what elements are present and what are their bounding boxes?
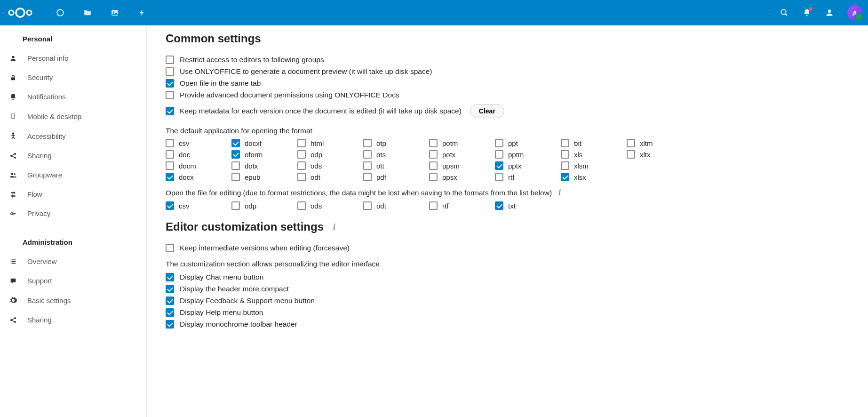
checkbox-editformat-odp[interactable] xyxy=(231,201,240,210)
app-logo[interactable] xyxy=(6,5,35,21)
contacts-icon[interactable] xyxy=(825,8,834,17)
editor-settings-heading: Editor customization settings i xyxy=(166,220,849,233)
format-label: doc xyxy=(179,151,190,159)
info-icon[interactable]: i xyxy=(333,222,335,232)
sidebar-item-accessibility[interactable]: Accessibility xyxy=(0,126,146,146)
checkbox-format-ots[interactable] xyxy=(363,150,372,159)
checkbox-format-ods[interactable] xyxy=(297,161,306,170)
sidebar-item-overview[interactable]: Overview xyxy=(0,252,146,271)
sidebar-item-flow[interactable]: Flow xyxy=(0,184,146,204)
checkbox[interactable] xyxy=(166,79,174,88)
sidebar-item-personal-info[interactable]: Personal info xyxy=(0,48,146,68)
checkbox-editformat-odt[interactable] xyxy=(363,201,372,210)
format-label: odt xyxy=(311,173,320,181)
format-label: pptm xyxy=(508,151,524,159)
svg-point-19 xyxy=(11,212,13,215)
checkbox-editformat-csv[interactable] xyxy=(166,201,174,210)
checkbox-format-xls[interactable] xyxy=(561,150,569,159)
checkbox-format-docx[interactable] xyxy=(166,173,174,181)
checkbox-format-html[interactable] xyxy=(297,139,306,147)
svg-rect-20 xyxy=(11,259,12,260)
checkbox-format-otp[interactable] xyxy=(363,139,372,147)
clear-button[interactable]: Clear xyxy=(470,104,504,118)
edit-format-grid: csvodpodsodtrtftxt xyxy=(166,201,849,210)
sidebar-item-mobile-desktop[interactable]: Mobile & desktop xyxy=(0,106,146,126)
sidebar-item-notifications[interactable]: Notifications xyxy=(0,87,146,106)
checkbox-format-ppsm[interactable] xyxy=(429,161,438,170)
checkbox[interactable] xyxy=(166,308,174,317)
checkbox[interactable] xyxy=(166,67,174,76)
checkbox-format-potx[interactable] xyxy=(429,150,438,159)
checkbox[interactable] xyxy=(166,297,174,305)
checkbox-format-odt[interactable] xyxy=(297,173,306,181)
format-label: odt xyxy=(376,202,386,210)
header-right: A xyxy=(780,5,862,20)
checkbox-format-dotx[interactable] xyxy=(231,161,240,170)
sidebar-item-basic-settings[interactable]: Basic settings xyxy=(0,290,146,310)
dashboard-icon[interactable] xyxy=(56,8,65,17)
checkbox-format-docm[interactable] xyxy=(166,161,174,170)
svg-rect-22 xyxy=(11,261,12,262)
checkbox-format-epub[interactable] xyxy=(231,173,240,181)
svg-point-0 xyxy=(9,10,14,15)
sidebar-item-sharing[interactable]: Sharing xyxy=(0,310,146,329)
sidebar-header-admin: Administration xyxy=(0,233,146,252)
checkbox-editformat-ods[interactable] xyxy=(297,201,306,210)
checkbox-forcesave[interactable] xyxy=(166,244,174,252)
checkbox-format-ppsx[interactable] xyxy=(429,173,438,181)
checkbox-format-xltx[interactable] xyxy=(627,150,635,159)
checkbox-format-rtf[interactable] xyxy=(495,173,503,181)
checkbox-format-xltm[interactable] xyxy=(627,139,635,147)
photos-icon[interactable] xyxy=(110,8,119,17)
format-label: txt xyxy=(508,202,516,210)
checkbox-format-pptx[interactable] xyxy=(495,161,503,170)
sidebar-item-label: Security xyxy=(27,73,53,81)
checkbox[interactable] xyxy=(166,285,174,293)
format-label: docx xyxy=(179,173,194,181)
checkbox-format-oform[interactable] xyxy=(231,150,240,159)
checkbox-label: Display monochrome toolbar header xyxy=(180,320,297,329)
checkbox-format-txt[interactable] xyxy=(561,139,569,147)
lock-icon xyxy=(8,74,18,81)
checkbox[interactable] xyxy=(166,273,174,281)
sidebar-item-label: Notifications xyxy=(27,93,66,101)
info-icon[interactable]: i xyxy=(558,188,561,198)
notifications-icon[interactable] xyxy=(802,8,812,17)
checkbox-format-pptm[interactable] xyxy=(495,150,503,159)
checkbox-format-doc[interactable] xyxy=(166,150,174,159)
avatar[interactable]: A xyxy=(847,5,862,20)
files-icon[interactable] xyxy=(83,8,92,17)
format-label: rtf xyxy=(442,202,448,210)
svg-point-11 xyxy=(13,99,14,100)
checkbox-format-odp[interactable] xyxy=(297,150,306,159)
svg-point-8 xyxy=(828,9,831,13)
checkbox-format-ppt[interactable] xyxy=(495,139,503,147)
sidebar-item-label: Sharing xyxy=(27,316,52,324)
checkbox-format-pdf[interactable] xyxy=(363,173,372,181)
search-icon[interactable] xyxy=(780,8,789,17)
format-label: xltx xyxy=(640,151,651,159)
avatar-initial: A xyxy=(852,9,858,17)
format-grid: csvdocxfhtmlotppotmppttxtxltmdocoformodp… xyxy=(166,139,849,181)
checkbox-editformat-txt[interactable] xyxy=(495,201,503,210)
checkbox-editformat-rtf[interactable] xyxy=(429,201,438,210)
checkbox-format-csv[interactable] xyxy=(166,139,174,147)
checkbox-format-potm[interactable] xyxy=(429,139,438,147)
sidebar-item-sharing[interactable]: Sharing xyxy=(0,146,146,165)
checkbox-format-docxf[interactable] xyxy=(231,139,240,147)
sidebar-item-label: Overview xyxy=(27,257,57,265)
sidebar-item-label: Groupware xyxy=(27,171,62,179)
sidebar-item-security[interactable]: Security xyxy=(0,68,146,87)
checkbox-format-xlsm[interactable] xyxy=(561,161,569,170)
checkbox[interactable] xyxy=(166,56,174,64)
svg-point-5 xyxy=(113,11,114,13)
checkbox-format-ott[interactable] xyxy=(363,161,372,170)
activity-icon[interactable] xyxy=(137,8,147,17)
sidebar-item-groupware[interactable]: Groupware xyxy=(0,165,146,184)
sidebar-item-privacy[interactable]: Privacy xyxy=(0,204,146,223)
checkbox[interactable] xyxy=(166,320,174,329)
checkbox-format-xlsx[interactable] xyxy=(561,173,569,181)
sidebar-item-support[interactable]: Support xyxy=(0,271,146,290)
checkbox-metadata[interactable] xyxy=(166,107,174,115)
checkbox[interactable] xyxy=(166,91,174,99)
